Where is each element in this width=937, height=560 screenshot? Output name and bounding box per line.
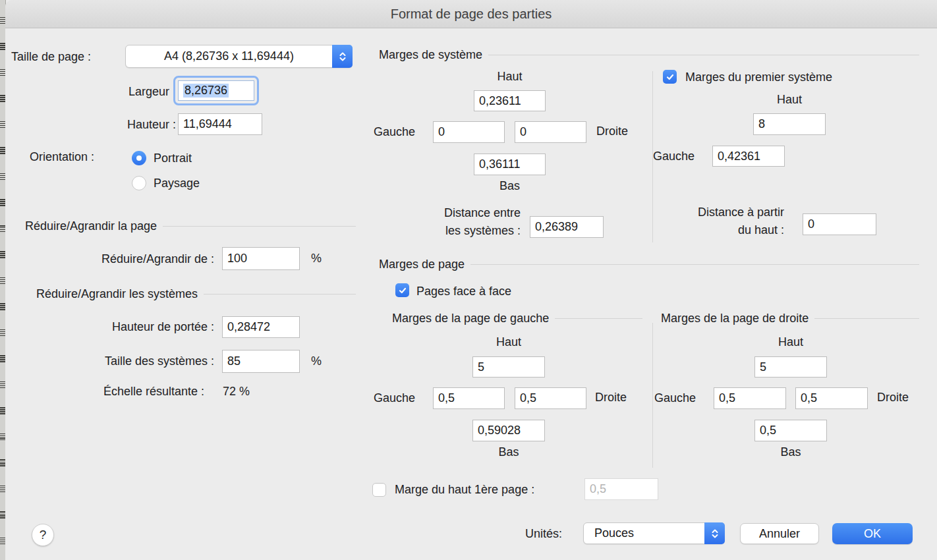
width-label: Largeur : <box>79 84 176 99</box>
first-system-margins-checkbox-label: Marges du premier système <box>685 69 832 85</box>
system-margin-top-label: Haut <box>474 69 546 84</box>
units-selected-value: Pouces <box>584 526 704 540</box>
page-size-selected-value: A4 (8,26736 x 11,69444) <box>126 49 332 63</box>
system-margins-section-title: Marges de système <box>379 48 482 62</box>
first-page-top-margin-input: 0,5 <box>584 478 658 500</box>
page-format-dialog: Format de page des parties Taille de pag… <box>5 0 937 560</box>
paysage-radio-label: Paysage <box>154 175 200 191</box>
vertical-divider <box>652 323 653 468</box>
reduce-by-label: Réduire/Agrandir de : <box>72 251 214 267</box>
screen: Format de page des parties Taille de pag… <box>0 0 937 560</box>
width-field-focus-ring: 8,26736 <box>173 76 259 105</box>
right-page-top-input[interactable]: 5 <box>754 356 827 378</box>
width-value-selected-text: 8,26736 <box>183 84 229 98</box>
left-page-left-input[interactable]: 0,5 <box>433 387 505 409</box>
section-divider-line <box>555 318 642 319</box>
dialog-title-bar: Format de page des parties <box>5 0 937 28</box>
checkmark-icon <box>398 286 407 295</box>
question-mark-icon: ? <box>40 528 47 542</box>
right-page-left-input[interactable]: 0,5 <box>714 387 786 409</box>
width-input[interactable]: 8,26736 <box>178 80 254 101</box>
systems-size-label: Taille des systèmes : <box>72 353 214 369</box>
section-divider-line <box>470 264 919 265</box>
cancel-button[interactable]: Annuler <box>740 523 819 544</box>
page-margins-section-header: Marges de page <box>379 257 919 271</box>
first-page-top-margin-checkbox[interactable] <box>372 483 386 497</box>
section-divider-line <box>488 55 919 55</box>
facing-pages-checkbox[interactable] <box>395 283 409 297</box>
left-page-margins-section-title: Marges de la page de gauche <box>392 312 549 325</box>
right-page-margins-section-header: Marges de la page de droite <box>661 311 919 325</box>
radio-dot-icon <box>136 155 142 161</box>
right-page-bottom-input[interactable]: 0,5 <box>754 420 827 441</box>
reduce-systems-section-title: Réduire/Agrandir les systèmes <box>36 287 198 301</box>
first-system-margins-checkbox[interactable] <box>663 70 677 84</box>
section-divider-line <box>814 318 919 319</box>
right-page-bottom-label: Bas <box>754 444 827 460</box>
staff-height-input[interactable]: 0,28472 <box>222 316 300 338</box>
system-margins-section-header: Marges de système <box>379 47 919 62</box>
systems-size-percent: % <box>311 353 322 369</box>
system-distance-input[interactable]: 0,26389 <box>530 216 604 238</box>
height-input[interactable]: 11,69444 <box>178 113 262 135</box>
page-size-label: Taille de page : <box>11 49 91 65</box>
facing-pages-checkbox-label: Pages face à face <box>416 283 511 299</box>
first-system-left-label: Gauche <box>653 148 695 164</box>
system-distance-label: Distance entre les systèmes : <box>395 204 521 240</box>
units-label: Unités: <box>525 526 562 542</box>
left-page-right-label: Droite <box>595 389 627 405</box>
system-margin-bottom-label: Bas <box>474 178 546 194</box>
orientation-label: Orientation : <box>30 149 94 165</box>
page-size-select[interactable]: A4 (8,26736 x 11,69444) <box>125 45 353 68</box>
system-margin-right-label: Droite <box>596 123 628 139</box>
first-system-distance-input[interactable]: 0 <box>803 213 876 235</box>
checkmark-icon <box>666 72 675 82</box>
reduce-page-section-title: Réduire/Agrandir la page <box>25 219 157 233</box>
left-page-right-input[interactable]: 0,5 <box>515 387 586 409</box>
right-page-top-label: Haut <box>754 334 827 350</box>
system-margin-left-label: Gauche <box>374 124 415 140</box>
ok-button[interactable]: OK <box>832 523 913 544</box>
first-system-top-input[interactable]: 8 <box>753 113 826 135</box>
system-margin-left-input[interactable]: 0 <box>433 121 505 143</box>
chevron-up-down-icon <box>332 45 353 68</box>
section-divider-line <box>204 294 356 294</box>
resulting-scale-label: Échelle résultante : <box>63 383 204 399</box>
right-page-right-label: Droite <box>877 389 909 405</box>
portrait-radio-label: Portrait <box>154 150 192 166</box>
left-page-left-label: Gauche <box>374 390 415 406</box>
first-page-top-margin-label: Marge du haut 1ère page : <box>395 482 534 497</box>
portrait-radio[interactable] <box>132 151 146 165</box>
first-system-top-label: Haut <box>753 92 826 107</box>
reduce-page-section-header: Réduire/Agrandir la page <box>25 219 356 233</box>
left-page-bottom-input[interactable]: 0,59028 <box>472 420 545 441</box>
left-page-top-input[interactable]: 5 <box>472 356 545 378</box>
left-page-top-label: Haut <box>472 334 545 350</box>
system-margin-top-input[interactable]: 0,23611 <box>474 90 546 111</box>
right-page-right-input[interactable]: 0,5 <box>795 387 868 409</box>
section-divider-line <box>163 226 356 227</box>
right-page-margins-section-title: Marges de la page de droite <box>661 312 809 325</box>
reduce-by-percent: % <box>311 250 322 266</box>
system-margin-bottom-input[interactable]: 0,36111 <box>474 154 546 175</box>
systems-size-input[interactable]: 85 <box>222 350 300 373</box>
resulting-scale-value: 72 % <box>223 383 250 399</box>
reduce-by-input[interactable]: 100 <box>222 247 300 270</box>
reduce-systems-section-header: Réduire/Agrandir les systèmes <box>36 287 356 301</box>
chevron-up-down-icon <box>704 522 725 544</box>
first-system-left-input[interactable]: 0,42361 <box>712 146 785 167</box>
staff-height-label: Hauteur de portée : <box>72 319 214 335</box>
left-page-bottom-label: Bas <box>472 444 545 460</box>
height-label: Hauteur : <box>79 117 176 132</box>
first-system-distance-label: Distance à partir du haut : <box>671 204 784 239</box>
left-page-margins-section-header: Marges de la page de gauche <box>392 311 642 325</box>
help-button[interactable]: ? <box>32 524 54 546</box>
units-select[interactable]: Pouces <box>583 522 725 544</box>
right-page-left-label: Gauche <box>654 390 696 406</box>
system-margin-right-input[interactable]: 0 <box>515 121 586 143</box>
page-margins-section-title: Marges de page <box>379 258 465 271</box>
paysage-radio[interactable] <box>132 176 146 190</box>
dialog-title: Format de page des parties <box>391 7 552 22</box>
